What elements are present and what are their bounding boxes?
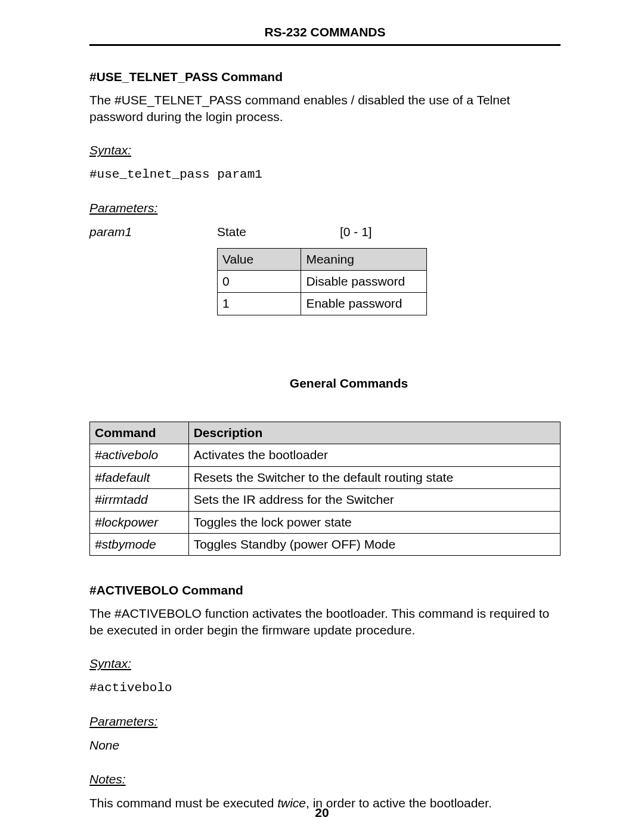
command-cell: #irrmtadd bbox=[90, 489, 189, 511]
use-telnet-pass-heading: #USE_TELNET_PASS Command bbox=[89, 69, 561, 85]
table-row: 0 Disable password bbox=[218, 271, 427, 293]
description-cell: Toggles the lock power state bbox=[188, 511, 560, 533]
table-header-row: Command Description bbox=[90, 422, 561, 444]
meaning-header: Meaning bbox=[301, 248, 427, 270]
meaning-cell: Enable password bbox=[301, 293, 427, 315]
table-row: #activebolo Activates the bootloader bbox=[90, 444, 561, 466]
description-cell: Sets the IR address for the Switcher bbox=[188, 489, 560, 511]
param-type: State bbox=[217, 224, 340, 240]
command-header: Command bbox=[90, 422, 189, 444]
page-number: 20 bbox=[0, 804, 644, 821]
general-commands-heading: General Commands bbox=[137, 375, 561, 392]
value-cell: 0 bbox=[218, 271, 301, 293]
command-cell: #activebolo bbox=[90, 444, 189, 466]
page: RS-232 COMMANDS #USE_TELNET_PASS Command… bbox=[0, 0, 644, 833]
parameters-label: Parameters: bbox=[89, 200, 561, 216]
description-cell: Activates the bootloader bbox=[188, 444, 560, 466]
description-cell: Resets the Switcher to the default routi… bbox=[188, 466, 560, 488]
command-cell: #fadefault bbox=[90, 466, 189, 488]
general-commands-table: Command Description #activebolo Activate… bbox=[89, 422, 561, 556]
meaning-cell: Disable password bbox=[301, 271, 427, 293]
value-header: Value bbox=[218, 248, 301, 270]
command-cell: #stbymode bbox=[90, 533, 189, 555]
description-header: Description bbox=[188, 422, 560, 444]
table-row: #irrmtadd Sets the IR address for the Sw… bbox=[90, 489, 561, 511]
value-cell: 1 bbox=[218, 293, 301, 315]
parameters-none: None bbox=[89, 737, 561, 754]
activebolo-description: The #ACTIVEBOLO function activates the b… bbox=[89, 605, 561, 639]
syntax-code: #use_telnet_pass param1 bbox=[89, 166, 561, 183]
value-meaning-table: Value Meaning 0 Disable password 1 Enabl… bbox=[217, 248, 427, 315]
param-row: param1 State [0 - 1] bbox=[89, 224, 561, 240]
parameters-label: Parameters: bbox=[89, 713, 561, 730]
table-row: #stbymode Toggles Standby (power OFF) Mo… bbox=[90, 533, 561, 555]
table-row: #lockpower Toggles the lock power state bbox=[90, 511, 561, 533]
syntax-code: #activebolo bbox=[89, 680, 561, 696]
table-row: 1 Enable password bbox=[218, 293, 427, 315]
notes-label: Notes: bbox=[89, 771, 561, 788]
use-telnet-pass-description: The #USE_TELNET_PASS command enables / d… bbox=[89, 92, 561, 126]
param-name: param1 bbox=[89, 224, 217, 240]
syntax-label: Syntax: bbox=[89, 142, 561, 159]
param-range: [0 - 1] bbox=[340, 224, 372, 240]
activebolo-heading: #ACTIVEBOLO Command bbox=[89, 582, 561, 599]
table-row: #fadefault Resets the Switcher to the de… bbox=[90, 466, 561, 488]
table-header-row: Value Meaning bbox=[218, 248, 427, 270]
description-cell: Toggles Standby (power OFF) Mode bbox=[188, 533, 560, 555]
command-cell: #lockpower bbox=[90, 511, 189, 533]
page-title: RS-232 COMMANDS bbox=[89, 24, 561, 46]
syntax-label: Syntax: bbox=[89, 655, 561, 672]
